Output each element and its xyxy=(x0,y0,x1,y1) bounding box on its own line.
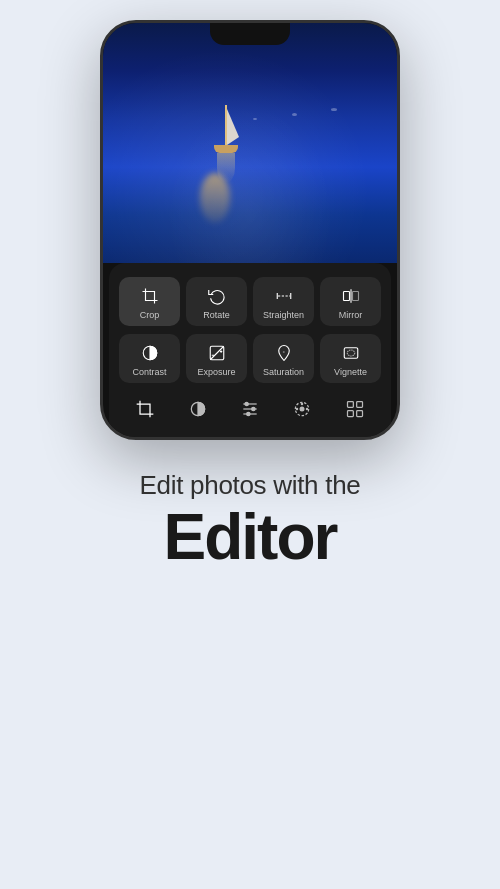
contrast-tool[interactable]: Contrast xyxy=(119,334,180,383)
saturation-label: Saturation xyxy=(263,368,304,377)
svg-text:°: ° xyxy=(282,350,285,356)
title: Editor xyxy=(140,505,361,569)
vignette-icon xyxy=(340,342,362,364)
svg-point-15 xyxy=(347,350,355,356)
crop-label: Crop xyxy=(140,311,160,320)
phone-notch xyxy=(210,23,290,45)
boat-hull xyxy=(214,145,238,153)
svg-rect-5 xyxy=(352,292,358,301)
rotate-label: Rotate xyxy=(203,311,230,320)
svg-point-21 xyxy=(252,407,255,410)
editor-panel: Crop Rotate St xyxy=(109,263,391,437)
svg-rect-28 xyxy=(347,402,353,408)
svg-line-8 xyxy=(210,346,224,360)
distant-boat-2 xyxy=(292,113,297,116)
boat-sail xyxy=(227,109,239,145)
svg-rect-31 xyxy=(356,411,362,417)
bottom-nav xyxy=(119,391,381,427)
svg-point-24 xyxy=(300,407,305,412)
exposure-tool[interactable]: Exposure xyxy=(186,334,247,383)
vignette-label: Vignette xyxy=(334,368,367,377)
bottom-text-section: Edit photos with the Editor xyxy=(110,470,391,569)
paint-nav-icon[interactable] xyxy=(288,395,316,423)
svg-rect-30 xyxy=(347,411,353,417)
phone-frame: Crop Rotate St xyxy=(100,20,400,440)
grid-nav-icon[interactable] xyxy=(341,395,369,423)
photo-area xyxy=(103,23,397,263)
exposure-label: Exposure xyxy=(197,368,235,377)
svg-point-20 xyxy=(245,402,248,405)
crop-icon xyxy=(139,285,161,307)
svg-rect-4 xyxy=(343,292,349,301)
tools-row-2: Contrast Exposure xyxy=(119,334,381,383)
mirror-tool[interactable]: Mirror xyxy=(320,277,381,326)
svg-point-22 xyxy=(247,412,250,415)
svg-point-26 xyxy=(306,408,309,411)
svg-rect-14 xyxy=(344,348,358,359)
straighten-icon xyxy=(273,285,295,307)
sailboat xyxy=(214,105,238,183)
distant-boat-1 xyxy=(331,108,337,111)
mirror-icon xyxy=(340,285,362,307)
water-lights xyxy=(200,173,230,223)
svg-rect-29 xyxy=(356,402,362,408)
adjust-nav-icon[interactable] xyxy=(236,395,264,423)
contrast-label: Contrast xyxy=(132,368,166,377)
straighten-label: Straighten xyxy=(263,311,304,320)
contrast-icon xyxy=(139,342,161,364)
saturation-tool[interactable]: ° Saturation xyxy=(253,334,314,383)
boat-mast xyxy=(225,105,227,145)
svg-point-27 xyxy=(301,403,304,406)
tools-row-1: Crop Rotate St xyxy=(119,277,381,326)
vignette-tool[interactable]: Vignette xyxy=(320,334,381,383)
subtitle: Edit photos with the xyxy=(140,470,361,501)
mirror-label: Mirror xyxy=(339,311,363,320)
phone-mockup: Crop Rotate St xyxy=(100,20,400,440)
rotate-icon xyxy=(206,285,228,307)
exposure-icon xyxy=(206,342,228,364)
svg-point-25 xyxy=(296,408,299,411)
filter-nav-icon[interactable] xyxy=(184,395,212,423)
saturation-icon: ° xyxy=(273,342,295,364)
rotate-tool[interactable]: Rotate xyxy=(186,277,247,326)
distant-boat-3 xyxy=(253,118,257,120)
straighten-tool[interactable]: Straighten xyxy=(253,277,314,326)
crop-tool[interactable]: Crop xyxy=(119,277,180,326)
crop-nav-icon[interactable] xyxy=(131,395,159,423)
